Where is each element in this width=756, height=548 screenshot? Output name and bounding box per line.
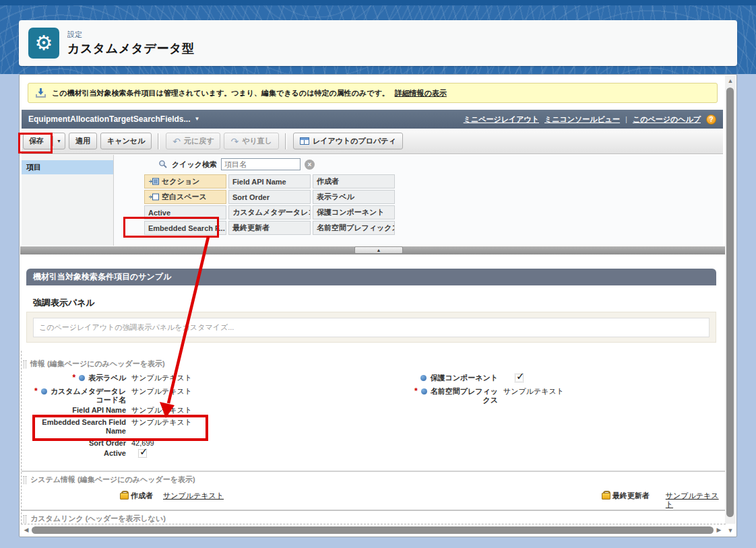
palette-item-label: 名前空間プレフィックス [317,223,395,233]
collapse-arrow-icon: ▲ [377,248,381,252]
field-row-sort-order: Sort Order 42,699 [22,439,154,448]
palette-region: 項目 クイック検索 × [22,155,723,246]
notice-text: この機材引当対象検索条件項目は管理されています。つまり、編集できるのは特定の属性… [52,88,389,98]
layout-selector[interactable]: EquipmentAllocationTargetSearchFields...… [28,114,199,124]
palette-item-created-by[interactable]: 作成者 [313,174,395,189]
toolbar-separator [158,133,160,149]
section-header-custom-links: カスタムリンク (ヘッダーを表示しない) [24,514,166,524]
chevron-down-icon: ▼ [195,116,200,122]
mini-page-layout-link[interactable]: ミニページレイアウト [464,114,539,125]
blank-space-icon [148,193,159,201]
horizontal-scroll-thumb[interactable] [32,526,714,534]
palette-collapse-handle[interactable]: ▲ [354,246,403,254]
mini-console-view-link[interactable]: ミニコンソールビュー [544,114,620,125]
highlight-panel-title: 強調表示パネル [33,297,95,309]
highlight-panel-placeholder[interactable]: このページレイアウトの強調表示パネルをカスタマイズ... [33,318,710,337]
section-header-system-info-label: システム情報 (編集ページにのみヘッダーを表示) [30,475,195,485]
apply-button[interactable]: 適用 [69,133,97,149]
redo-button[interactable]: ↷ やり直し [224,133,279,149]
page-help-link[interactable]: このページのヘルプ [633,114,701,125]
drag-handle-icon [24,360,26,368]
checkbox-checked: ✓ [515,374,524,382]
notice-details-link[interactable]: 詳細情報の表示 [395,88,447,98]
field-sample-value: サンプルテキスト [503,387,564,396]
palette-item-blank-space[interactable]: 空白スペース [144,190,226,204]
palette-sidebar: 項目 [22,155,114,246]
field-sample-value: サンプルテキスト [131,387,192,396]
layout-toolbar: 保存 ▼ 適用 キャンセル ↶ 元に戻す ↷ やり直し レイアウトのプロパティ [22,129,723,154]
palette-item-label: 作成者 [317,176,339,186]
layout-properties-label: レイアウトのプロパティ [313,136,396,146]
palette-item-custom-metadata-record-name[interactable]: カスタムメタデータレコード名 [228,205,311,219]
field-label-line2: コード名 [51,396,126,405]
palette-item-label: 最終更新者 [232,223,270,233]
check-icon: ✓ [139,446,148,458]
sample-section-header: 機材引当対象検索条件項目のサンプル [26,269,716,285]
field-dot-icon [420,375,427,381]
field-label: 表示ラベル [88,374,126,382]
field-dot-icon [79,375,85,381]
clear-search-button[interactable]: × [305,160,315,170]
field-row-custom-metadata-record-name: * カスタムメタデータレ コード名 サンプルテキスト [22,387,192,405]
palette-item-active[interactable]: Active [144,205,226,219]
field-row-namespace-prefix: * 名前空間プレフィッ クス サンプルテキスト [393,387,564,405]
field-row-created-by: 作成者 サンプルテキスト [49,491,224,500]
drag-handle-icon [24,476,26,484]
field-sample-value: サンプルテキスト [131,418,192,427]
modified-by-value-link[interactable]: サンプルテキスト [666,491,725,509]
save-button[interactable]: 保存 ▼ [23,133,65,149]
section-header-info-label: 情報 (編集ページにのみヘッダーを表示) [30,359,165,369]
check-icon: ✓ [516,370,525,382]
cancel-button-label: キャンセル [107,136,145,146]
undo-button[interactable]: ↶ 元に戻す [166,133,220,149]
field-label: 保護コンポーネント [430,374,498,382]
layout-properties-button[interactable]: レイアウトのプロパティ [293,133,403,149]
redo-icon: ↷ [230,137,239,146]
palette-item-label: Field API Name [232,178,286,186]
palette-item-sort-order[interactable]: Sort Order [228,190,311,204]
setup-gear-tile: ⚙ [28,28,59,59]
vertical-scrollbar[interactable]: ▲ [725,75,736,524]
setup-label: 設定 [67,30,194,40]
section-divider [22,510,725,511]
field-row-display-label: * 表示ラベル サンプルテキスト [22,374,192,382]
palette-splitter[interactable]: ▲ [20,246,725,254]
palette-grid: セクション Field API Name 作成者 空白スペース Sort Ord [144,174,395,235]
scroll-up-button[interactable]: ▲ [725,77,736,84]
required-asterisk: * [414,387,418,395]
lock-icon [602,491,609,500]
section-header-system-info: システム情報 (編集ページにのみヘッダーを表示) [24,475,195,485]
palette-item-embedded-search-field[interactable]: Embedded Search F... [144,221,226,235]
field-dot-icon [421,388,427,395]
field-row-embedded-search-field-name: Embedded Search Field Name サンプルテキスト [22,418,192,436]
field-sample-value: サンプルテキスト [131,374,192,382]
scroll-right-button[interactable]: ▶ [714,526,724,533]
palette-item-section[interactable]: セクション [144,174,226,189]
palette-item-field-api-name[interactable]: Field API Name [228,174,311,189]
field-label: 作成者 [131,491,153,500]
cancel-button[interactable]: キャンセル [100,133,152,149]
field-label: 最終更新者 [612,491,650,500]
horizontal-scrollbar[interactable]: ◀ ▶ [21,525,724,536]
quick-search-input[interactable] [221,158,301,170]
palette-item-protected-component[interactable]: 保護コンポーネント [313,205,395,219]
help-icon[interactable]: ? [706,114,716,125]
palette-item-label: 保護コンポーネント [317,207,385,217]
created-by-value-link[interactable]: サンプルテキスト [163,491,224,500]
section-divider [22,471,725,472]
undo-icon: ↶ [172,137,181,146]
field-row-field-api-name: Field API Name サンプルテキスト [22,406,192,415]
save-menu-caret-icon[interactable]: ▼ [53,136,65,146]
redo-button-label: やり直し [242,136,272,146]
scroll-down-button[interactable]: ▼ [725,527,736,534]
vertical-scroll-thumb[interactable] [726,88,734,517]
scroll-left-button[interactable]: ◀ [21,526,32,533]
quick-search-label: クイック検索 [172,160,217,170]
palette-item-label: Active [148,209,170,217]
undo-button-label: 元に戻す [184,136,214,146]
palette-item-last-modified-by[interactable]: 最終更新者 [228,221,311,235]
highlight-panel: このページレイアウトの強調表示パネルをカスタマイズ... [26,312,716,343]
palette-item-display-label[interactable]: 表示ラベル [313,190,395,204]
palette-category-fields[interactable]: 項目 [22,160,113,174]
palette-item-namespace-prefix[interactable]: 名前空間プレフィックス [313,221,395,235]
